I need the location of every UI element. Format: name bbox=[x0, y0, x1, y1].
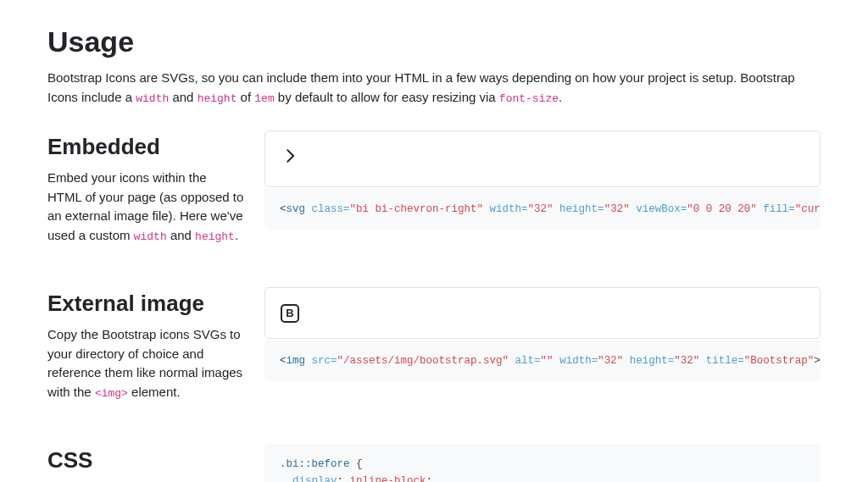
usage-heading: Usage bbox=[47, 20, 821, 64]
section-css: CSS You can also use the SVG within your… bbox=[47, 444, 821, 482]
code-img: <img> bbox=[95, 387, 128, 400]
external-description: External image Copy the Bootstrap icons … bbox=[47, 287, 244, 410]
css-heading: CSS bbox=[47, 444, 244, 477]
section-external: External image Copy the Bootstrap icons … bbox=[47, 287, 821, 410]
external-preview: B bbox=[264, 287, 821, 339]
code-height: height bbox=[195, 230, 235, 243]
code-width: width bbox=[136, 92, 169, 105]
embedded-description: Embedded Embed your icons within the HTM… bbox=[47, 130, 244, 253]
css-code[interactable]: .bi::before { display: inline-block; con… bbox=[264, 444, 821, 482]
section-embedded: Embedded Embed your icons within the HTM… bbox=[47, 130, 821, 253]
code-1em: 1em bbox=[254, 92, 274, 105]
code-font-size: font-size bbox=[499, 92, 559, 105]
code-height: height bbox=[198, 92, 237, 105]
external-example: B <img src="/assets/img/bootstrap.svg" a… bbox=[264, 287, 821, 381]
external-text: Copy the Bootstrap icons SVGs to your di… bbox=[47, 325, 244, 402]
css-example: .bi::before { display: inline-block; con… bbox=[264, 444, 821, 482]
css-description: CSS You can also use the SVG within your… bbox=[47, 444, 244, 482]
external-code[interactable]: <img src="/assets/img/bootstrap.svg" alt… bbox=[264, 341, 821, 381]
embedded-example: <svg class="bi bi-chevron-right" width="… bbox=[264, 130, 821, 230]
usage-text: Bootstrap Icons are SVGs, so you can inc… bbox=[47, 69, 821, 107]
bootstrap-icon: B bbox=[281, 304, 299, 323]
chevron-right-icon bbox=[281, 147, 299, 165]
embedded-text: Embed your icons within the HTML of your… bbox=[47, 169, 244, 245]
embedded-heading: Embedded bbox=[47, 130, 244, 163]
usage-intro: Usage Bootstrap Icons are SVGs, so you c… bbox=[47, 20, 821, 107]
external-heading: External image bbox=[47, 287, 244, 320]
code-width: width bbox=[134, 230, 167, 243]
embedded-code[interactable]: <svg class="bi bi-chevron-right" width="… bbox=[264, 189, 821, 230]
embedded-preview bbox=[264, 130, 821, 187]
